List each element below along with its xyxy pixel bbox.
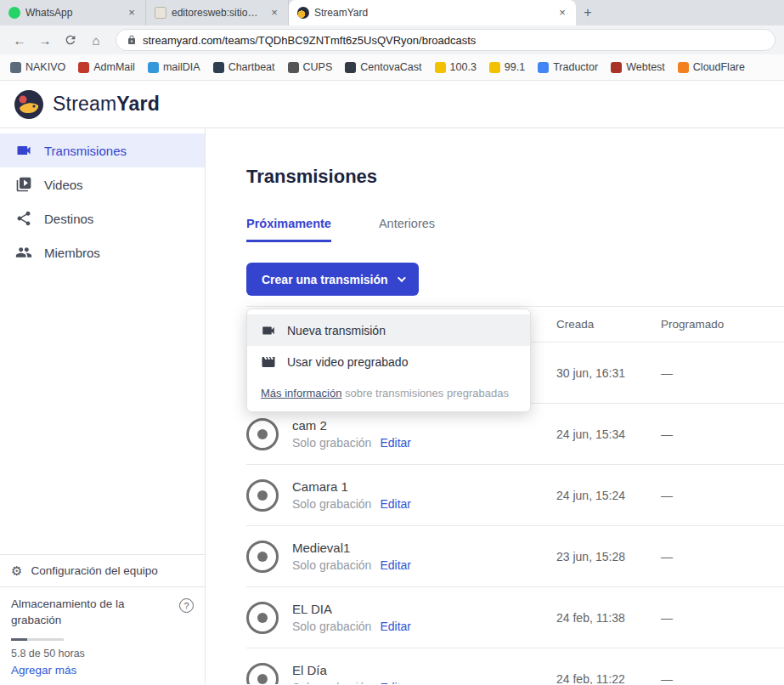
bookmark-icon — [288, 62, 299, 73]
column-programado: Programado — [661, 318, 784, 331]
reload-icon[interactable] — [59, 29, 82, 51]
bookmark-icon — [489, 62, 500, 73]
edit-link[interactable]: Editar — [380, 497, 411, 511]
bookmark-icon — [213, 62, 224, 73]
bookmark-nakivo[interactable]: NAKIVO — [10, 61, 65, 73]
page-title: Transmisiones — [246, 166, 784, 188]
menu-item-label: Usar video pregrabado — [287, 355, 408, 369]
sidebar-item-transmisiones[interactable]: Transmisiones — [0, 133, 205, 167]
broadcast-type: Solo grabación — [292, 497, 371, 511]
browser-tab-whatsapp[interactable]: WhatsApp × — [0, 0, 146, 25]
url-text: streamyard.com/teams/TQDhBC9ZNTmft6z5UsQ… — [143, 34, 476, 47]
close-icon[interactable]: × — [268, 6, 281, 20]
tab-anteriores[interactable]: Anteriores — [379, 217, 435, 242]
menu-item-video-pregrabado[interactable]: Usar video pregrabado — [247, 346, 530, 377]
bookmark-admmail[interactable]: AdmMail — [78, 61, 135, 73]
bookmark-icon — [538, 62, 549, 73]
sidebar-item-videos[interactable]: Videos — [0, 167, 205, 201]
share-icon — [15, 210, 32, 227]
recording-icon — [246, 602, 279, 634]
bookmark-icon — [345, 62, 356, 73]
close-icon[interactable]: × — [125, 6, 138, 20]
table-row: EL DIA Solo grabaciónEditar 24 feb, 11:3… — [246, 587, 784, 648]
edit-link[interactable]: Editar — [380, 436, 411, 450]
edit-link[interactable]: Editar — [380, 558, 411, 572]
tab-title: WhatsApp — [25, 7, 120, 19]
broadcast-type: Solo grabación — [292, 558, 371, 572]
scheduled-value: — — [661, 672, 784, 685]
app-header: StreamYard — [0, 81, 784, 128]
broadcast-type: Solo grabación — [292, 681, 371, 684]
broadcast-title: cam 2 — [292, 418, 411, 433]
recording-icon — [246, 663, 279, 685]
bookmark-centovacast[interactable]: CentovaCast — [345, 61, 421, 73]
menu-footer: Más información sobre transmisiones preg… — [247, 377, 530, 411]
people-icon — [15, 244, 32, 261]
sidebar-item-miembros[interactable]: Miembros — [0, 235, 205, 269]
tab-proximamente[interactable]: Próximamente — [246, 217, 331, 242]
storage-section: Almacenamiento de la grabación ? 5.8 de … — [0, 586, 205, 684]
sidebar-item-destinos[interactable]: Destinos — [0, 201, 205, 235]
sidebar-item-label: Transmisiones — [44, 144, 127, 158]
storage-usage: 5.8 de 50 horas — [11, 648, 194, 660]
lock-icon — [127, 35, 137, 45]
menu-item-nueva-transmision[interactable]: Nueva transmisión — [247, 314, 530, 346]
browser-tab-bar: WhatsApp × editoresweb:sitioweb:eldia.co… — [0, 0, 784, 25]
bookmark-webtest[interactable]: Webtest — [611, 61, 665, 73]
bookmark-99-1[interactable]: 99.1 — [489, 61, 525, 73]
create-broadcast-button[interactable]: Crear una transmisión — [246, 263, 419, 296]
video-camera-icon — [261, 323, 276, 338]
created-value: 23 jun, 15:28 — [556, 550, 661, 563]
sidebar: Transmisiones Videos Destinos Miembros ⚙… — [0, 128, 206, 684]
main-content: Transmisiones Próximamente Anteriores Cr… — [206, 128, 784, 684]
home-button[interactable]: ⌂ — [85, 29, 107, 51]
team-settings-button[interactable]: ⚙ Configuración del equipo — [0, 554, 205, 586]
sidebar-item-label: Miembros — [44, 246, 100, 260]
created-value: 24 jun, 15:34 — [556, 427, 661, 441]
bookmark-icon — [435, 62, 446, 73]
screen: WhatsApp × editoresweb:sitioweb:eldia.co… — [0, 0, 784, 685]
new-tab-button[interactable]: + — [576, 0, 600, 25]
created-value: 24 feb, 11:22 — [556, 672, 661, 685]
scheduled-value: — — [661, 427, 784, 441]
broadcast-title: Camara 1 — [292, 479, 411, 494]
close-icon[interactable]: × — [556, 6, 569, 20]
column-creada: Creada — [556, 318, 661, 331]
bookmark-cloudflare[interactable]: CloudFlare — [678, 61, 745, 73]
add-more-link[interactable]: Agregar más — [11, 664, 194, 677]
create-broadcast-menu: Nueva transmisión Usar video pregrabado … — [246, 309, 531, 412]
video-library-icon — [15, 176, 32, 193]
browser-tab-streamyard[interactable]: StreamYard × — [289, 0, 576, 25]
mas-informacion-link[interactable]: Más información — [261, 387, 341, 399]
bookmark-100-3[interactable]: 100.3 — [435, 61, 477, 73]
bookmark-cups[interactable]: CUPS — [288, 61, 333, 73]
team-settings-label: Configuración del equipo — [31, 564, 157, 577]
broadcast-type: Solo grabación — [292, 620, 371, 633]
menu-item-label: Nueva transmisión — [287, 324, 386, 337]
bookmark-maildia[interactable]: mailDIA — [148, 61, 200, 73]
broadcast-type: Solo grabación — [292, 436, 371, 450]
url-bar[interactable]: streamyard.com/teams/TQDhBC9ZNTmft6z5UsQ… — [116, 29, 776, 51]
browser-tab-editoresweb[interactable]: editoresweb:sitioweb:eldia.co × — [146, 0, 289, 25]
bookmark-icon — [148, 62, 159, 73]
recording-icon — [246, 541, 279, 573]
table-row: Camara 1 Solo grabaciónEditar 24 jun, 15… — [246, 465, 784, 526]
help-icon[interactable]: ? — [179, 598, 194, 613]
created-value: 30 jun, 16:31 — [556, 366, 661, 380]
site-favicon — [155, 7, 166, 19]
bookmark-icon — [78, 62, 89, 73]
streamyard-logo — [14, 89, 44, 120]
bookmark-icon — [611, 62, 622, 73]
tab-title: editoresweb:sitioweb:eldia.co — [172, 7, 262, 19]
bookmark-chartbeat[interactable]: Chartbeat — [213, 61, 275, 73]
forward-button[interactable]: → — [34, 29, 56, 51]
created-value: 24 jun, 15:24 — [556, 489, 661, 502]
back-button[interactable]: ← — [8, 29, 31, 51]
edit-link[interactable]: Editar — [380, 620, 411, 633]
bookmark-traductor[interactable]: Traductor — [538, 61, 598, 73]
edit-link[interactable]: Editar — [380, 681, 411, 684]
create-broadcast-label: Crear una transmisión — [262, 273, 388, 286]
streamyard-favicon — [297, 7, 309, 19]
table-row: cam 2 Solo grabaciónEditar 24 jun, 15:34… — [246, 404, 784, 465]
broadcast-tabs: Próximamente Anteriores — [246, 217, 784, 242]
